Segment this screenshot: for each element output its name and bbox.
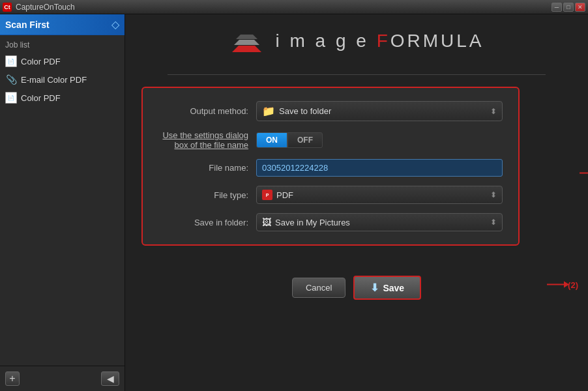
title-bar-left: Ct CaptureOnTouch: [3, 3, 75, 12]
folder-small-icon: 🖼: [262, 217, 271, 227]
arrowhead-2: [564, 282, 569, 288]
arrow-line-1: [580, 172, 588, 173]
settings-dialog-label: Use the settings dialog box of the file …: [158, 130, 256, 150]
file-name-input[interactable]: [256, 159, 503, 177]
output-method-control: 📁 Save to folder ⬍: [256, 101, 503, 121]
minimize-button[interactable]: ─: [551, 3, 562, 12]
file-type-text: PDF: [276, 190, 293, 200]
maximize-button[interactable]: □: [563, 3, 574, 12]
annotation-1: (1): [580, 168, 588, 178]
chevron-down-icon-3: ⬍: [490, 218, 497, 227]
pdf-icon: P: [262, 190, 272, 200]
divider: [168, 74, 546, 75]
toggle-on-button[interactable]: ON: [256, 132, 287, 148]
main-content: i m a g e FORMULA Output method: 📁 Save …: [125, 14, 588, 391]
close-button[interactable]: ✕: [575, 3, 585, 12]
doc-icon: 📄: [5, 55, 17, 67]
svg-marker-2: [236, 35, 257, 39]
file-name-control: [256, 159, 503, 177]
settings-panel: Output method: 📁 Save to folder ⬍ Use: [141, 87, 520, 246]
job2-label: E-mail Color PDF: [21, 75, 87, 85]
save-in-row: Save in folder: 🖼 Save in My Pictures ⬍: [158, 213, 503, 231]
job3-label: Color PDF: [21, 93, 61, 103]
cancel-button[interactable]: Cancel: [292, 278, 345, 298]
add-job-button[interactable]: +: [5, 371, 20, 386]
toggle-off-button[interactable]: OFF: [287, 132, 323, 148]
folder-icon: 📁: [262, 105, 275, 117]
buttons-area: Cancel ⬇ Save: [292, 276, 421, 300]
arrow-line-2: [547, 284, 565, 285]
save-in-select[interactable]: 🖼 Save in My Pictures ⬍: [256, 213, 503, 231]
save-down-icon: ⬇: [370, 282, 379, 294]
scan-first-title: Scan First: [5, 20, 50, 30]
file-type-value: P PDF: [262, 190, 293, 200]
file-type-row: File type: P PDF ⬍: [158, 186, 503, 204]
diamond-icon: ◇: [111, 18, 119, 31]
file-type-label: File type:: [158, 190, 256, 200]
logo-area: i m a g e FORMULA: [229, 27, 484, 55]
save-in-control: 🖼 Save in My Pictures ⬍: [256, 213, 503, 231]
file-name-label: File name:: [158, 163, 256, 173]
annotation-2: (2): [547, 280, 578, 289]
job1-label: Color PDF: [21, 57, 61, 66]
svg-marker-0: [232, 46, 261, 52]
output-method-row: Output method: 📁 Save to folder ⬍: [158, 101, 503, 121]
window-title: CaptureOnTouch: [16, 3, 75, 12]
settings-dialog-row: Use the settings dialog box of the file …: [158, 130, 503, 150]
file-type-select[interactable]: P PDF ⬍: [256, 186, 503, 204]
doc-icon-2: 📄: [5, 92, 17, 104]
sidebar-item-job3[interactable]: 📄 Color PDF: [0, 89, 125, 107]
output-method-text: Save to folder: [279, 106, 331, 116]
save-label: Save: [383, 283, 404, 293]
sidebar: Scan First ◇ Job list 📄 Color PDF 📎 E-ma…: [0, 14, 125, 391]
file-name-row: File name:: [158, 159, 503, 177]
job-list-label: Job list: [0, 35, 125, 52]
sidebar-bottom: + ◀: [0, 366, 125, 391]
output-method-label: Output method:: [158, 106, 256, 116]
save-in-label: Save in folder:: [158, 218, 256, 227]
output-method-value: 📁 Save to folder: [262, 105, 331, 117]
sidebar-item-job1[interactable]: 📄 Color PDF: [0, 52, 125, 70]
toggle-group: ON OFF: [256, 132, 503, 148]
buttons-wrapper: Cancel ⬇ Save (2): [141, 269, 572, 300]
output-method-select[interactable]: 📁 Save to folder ⬍: [256, 101, 503, 121]
save-in-value: 🖼 Save in My Pictures: [262, 217, 350, 227]
logo-icon: [229, 27, 265, 55]
settings-wrapper: Output method: 📁 Save to folder ⬍ Use: [141, 87, 572, 259]
app-icon: Ct: [3, 3, 12, 12]
title-bar: Ct CaptureOnTouch ─ □ ✕: [0, 0, 588, 14]
svg-marker-1: [234, 40, 259, 45]
window-controls: ─ □ ✕: [551, 3, 585, 12]
email-icon: 📎: [5, 74, 17, 85]
logo-text: i m a g e FORMULA: [275, 31, 484, 51]
chevron-down-icon: ⬍: [490, 107, 497, 116]
save-button[interactable]: ⬇ Save: [353, 276, 421, 300]
settings-dialog-control: ON OFF: [256, 132, 503, 148]
file-type-control: P PDF ⬍: [256, 186, 503, 204]
sidebar-header: Scan First ◇: [0, 14, 125, 35]
chevron-down-icon-2: ⬍: [490, 190, 497, 199]
annotation-2-label: (2): [568, 280, 578, 289]
sidebar-item-job2[interactable]: 📎 E-mail Color PDF: [0, 70, 125, 89]
save-in-text: Save in My Pictures: [275, 218, 350, 227]
back-button[interactable]: ◀: [101, 371, 119, 386]
app-container: Scan First ◇ Job list 📄 Color PDF 📎 E-ma…: [0, 14, 588, 391]
